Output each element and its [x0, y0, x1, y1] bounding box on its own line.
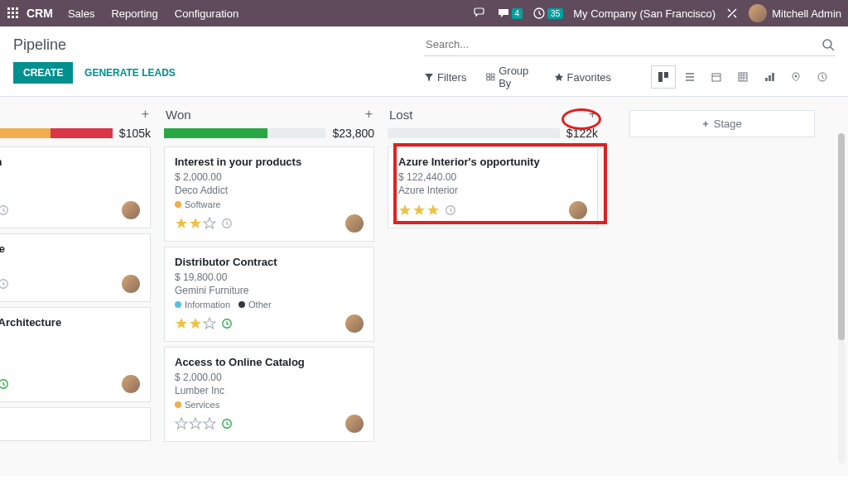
avatar [749, 4, 767, 22]
kanban-view-button[interactable] [651, 65, 676, 89]
card-amount: $ 19,800.00 [175, 271, 364, 283]
nav-reporting[interactable]: Reporting [111, 7, 157, 20]
svg-rect-0 [7, 7, 10, 10]
scrollbar[interactable] [838, 133, 845, 464]
card-amount: $ 2,000.00 [175, 372, 364, 383]
activities-icon[interactable]: 35 [532, 7, 563, 20]
calendar-view-button[interactable] [704, 65, 729, 89]
column-total: $122k [566, 127, 598, 140]
svg-rect-4 [12, 12, 14, 14]
column-title[interactable]: Lost [389, 108, 412, 122]
kanban-card[interactable]: rs [0, 407, 151, 441]
svg-rect-7 [12, 16, 14, 18]
card-title: rs [0, 416, 140, 429]
svg-rect-11 [487, 74, 490, 76]
top-navbar: CRM Sales Reporting Configuration 4 35 M… [0, 0, 848, 26]
create-button[interactable]: CREATE [13, 62, 73, 84]
search-icon[interactable] [822, 38, 835, 51]
card-customer: t [0, 345, 140, 357]
nav-sales[interactable]: Sales [68, 7, 95, 20]
card-customer: Azure Interior [398, 185, 587, 196]
card-amount: 00 [0, 171, 140, 183]
messages-icon[interactable]: 4 [497, 7, 523, 20]
map-view-button[interactable] [783, 65, 808, 89]
progress-bar[interactable] [164, 128, 325, 138]
user-menu[interactable]: Mitchell Admin [749, 4, 841, 22]
debug-icon[interactable] [725, 7, 739, 20]
page-title: Pipeline [13, 36, 424, 54]
kanban-card[interactable]: Azure Interior's opportunity$ 122,440.00… [388, 146, 598, 228]
svg-rect-2 [16, 7, 18, 10]
svg-rect-1 [12, 7, 14, 10]
add-stage-button[interactable]: +Stage [629, 110, 815, 137]
svg-rect-15 [658, 72, 662, 82]
pivot-view-button[interactable] [730, 65, 755, 89]
activity-view-button[interactable] [810, 65, 835, 89]
priority-stars[interactable] [175, 417, 216, 430]
svg-point-19 [795, 75, 797, 78]
svg-rect-16 [664, 72, 668, 78]
tag: Other [238, 300, 272, 310]
svg-rect-17 [712, 74, 720, 81]
priority-stars[interactable] [175, 317, 216, 330]
calls-icon[interactable] [474, 7, 487, 20]
priority-stars[interactable] [398, 204, 440, 217]
card-customer: Lumber Inc [175, 385, 364, 396]
avatar [122, 275, 140, 293]
group-by-button[interactable]: Group By [486, 65, 533, 89]
card-title: Azure Interior's opportunity [398, 156, 587, 168]
svg-rect-6 [7, 16, 10, 18]
kanban-card[interactable]: Access to Online Catalog$ 2,000.00Lumber… [164, 347, 374, 442]
avatar [345, 415, 364, 433]
column-total: $105k [119, 127, 151, 140]
kanban-card[interactable]: Distributor Contract$ 19,800.00Gemini Fu… [164, 247, 374, 342]
svg-rect-3 [7, 12, 10, 14]
list-view-button[interactable] [677, 65, 702, 89]
generate-leads-button[interactable]: GENERATE LEADS [84, 67, 176, 79]
svg-point-10 [823, 40, 831, 48]
nav-configuration[interactable]: Configuration [175, 7, 238, 20]
tag: Information [175, 300, 230, 310]
tag: Software [175, 199, 220, 209]
kanban-card[interactable]: ce Design00ict [0, 146, 151, 228]
kanban-card[interactable]: sign and Architecture)t) [0, 307, 151, 402]
tag: Services [175, 400, 219, 410]
company-switcher[interactable]: My Company (San Francisco) [573, 7, 716, 20]
svg-rect-14 [492, 78, 495, 80]
kanban-area: on+$105kce Design00ictpen Spaceonsign an… [0, 96, 848, 477]
column-total: $23,800 [332, 127, 374, 140]
column-title[interactable]: Won [166, 108, 191, 122]
svg-rect-13 [487, 78, 490, 80]
progress-bar[interactable] [0, 128, 113, 138]
card-title: sign and Architecture [0, 316, 140, 329]
column-add-icon[interactable]: + [589, 107, 596, 122]
apps-icon[interactable] [7, 7, 20, 20]
column-add-icon[interactable]: + [365, 107, 373, 122]
kanban-card[interactable]: pen Spaceon [0, 233, 151, 302]
card-customer: Deco Addict [175, 185, 364, 196]
kanban-card[interactable]: Interest in your products$ 2,000.00Deco … [164, 146, 374, 242]
favorites-button[interactable]: Favorites [554, 71, 611, 84]
svg-rect-5 [16, 12, 18, 14]
graph-view-button[interactable] [757, 65, 782, 89]
filters-button[interactable]: Filters [424, 71, 466, 84]
kanban-column: Lost+$122kAzure Interior's opportunity$ … [381, 97, 605, 477]
avatar [345, 314, 364, 333]
avatar [345, 214, 364, 233]
avatar [122, 375, 140, 393]
card-title: Interest in your products [175, 156, 364, 168]
priority-stars[interactable] [175, 217, 216, 230]
brand-label[interactable]: CRM [26, 7, 53, 20]
svg-rect-8 [16, 16, 18, 18]
card-amount: $ 2,000.00 [175, 171, 364, 183]
avatar [569, 201, 587, 219]
activities-badge: 35 [547, 8, 563, 19]
card-title: pen Space [0, 242, 140, 255]
progress-bar[interactable] [388, 128, 560, 138]
search-input[interactable] [424, 36, 822, 52]
card-title: ce Design [0, 156, 140, 168]
column-add-icon[interactable]: + [142, 107, 149, 122]
card-title: Access to Online Catalog [175, 356, 364, 368]
card-title: Distributor Contract [175, 256, 364, 268]
svg-rect-12 [492, 74, 495, 76]
